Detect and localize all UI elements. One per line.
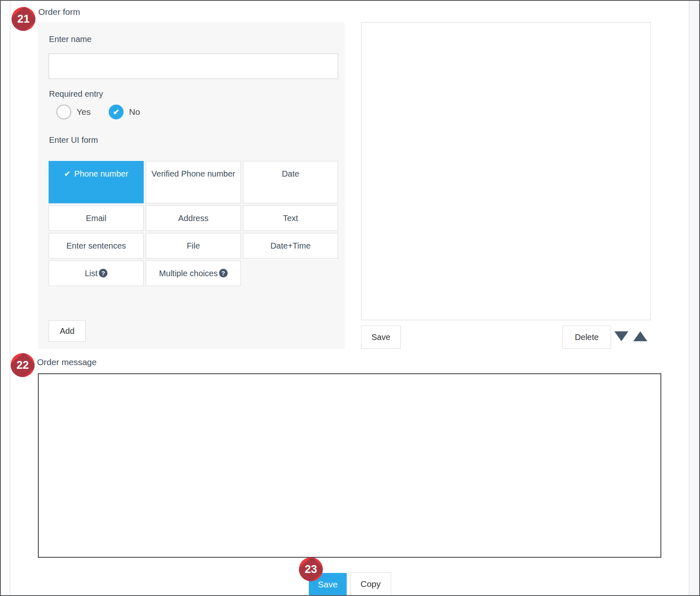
radio-yes-label[interactable]: Yes [77, 107, 91, 117]
annotation-badge-23-number: 23 [305, 563, 317, 576]
annotation-badge-21-number: 21 [17, 13, 30, 26]
ui-type-label: Date [282, 168, 299, 180]
save-item-button[interactable]: Save [361, 326, 401, 349]
ui-type-label: Enter sentences [66, 240, 126, 252]
copy-button[interactable]: Copy [350, 572, 391, 596]
ui-type-multiple-choices[interactable]: Multiple choices? [146, 261, 241, 286]
help-icon[interactable]: ? [219, 269, 228, 277]
add-button[interactable]: Add [49, 320, 86, 342]
order-message-title: Order message [37, 357, 97, 367]
form-items-list[interactable] [361, 22, 651, 320]
page: 21 Order form Enter name Required entry … [0, 0, 700, 596]
annotation-badge-22-number: 22 [16, 359, 29, 372]
container-left-border [10, 1, 10, 595]
container-right-gutter [689, 1, 700, 595]
annotation-badge-23: 23 [299, 557, 323, 581]
ui-type-date-time[interactable]: Date+Time [243, 233, 338, 258]
ui-type-enter-sentences[interactable]: Enter sentences [49, 233, 144, 258]
ui-form-type-grid: ✔ Phone number Verified Phone number Dat… [49, 161, 338, 286]
annotation-badge-22: 22 [11, 353, 35, 377]
ui-type-label: Date+Time [271, 240, 311, 252]
order-form-title: Order form [38, 7, 80, 17]
enter-ui-form-label: Enter UI form [49, 135, 98, 145]
ui-type-date[interactable]: Date [243, 161, 338, 203]
delete-item-button[interactable]: Delete [562, 326, 611, 349]
ui-type-label: Text [283, 212, 298, 224]
ui-type-label: Address [178, 212, 208, 224]
help-icon[interactable]: ? [99, 269, 107, 277]
ui-type-label: File [187, 240, 200, 252]
radio-no[interactable]: ✔ [109, 105, 124, 119]
required-entry-radio-group: Yes ✔ No [56, 105, 140, 119]
ui-type-label: Phone number [74, 168, 128, 180]
order-form-panel: Enter name Required entry Yes ✔ No Enter… [38, 22, 345, 349]
ui-type-label: Email [86, 212, 106, 224]
radio-check-icon: ✔ [113, 107, 119, 117]
ui-type-text[interactable]: Text [243, 205, 338, 231]
order-message-textarea[interactable] [38, 373, 661, 558]
ui-type-label: Verified Phone number [152, 168, 235, 180]
radio-yes[interactable] [56, 105, 71, 119]
ui-type-address[interactable]: Address [146, 205, 241, 231]
move-up-icon[interactable] [633, 331, 647, 341]
required-entry-label: Required entry [49, 89, 103, 99]
ui-type-file[interactable]: File [146, 233, 241, 258]
annotation-badge-21: 21 [12, 7, 35, 31]
ui-type-label: List [85, 268, 98, 279]
ui-type-verified-phone-number[interactable]: Verified Phone number [146, 161, 241, 203]
ui-type-email[interactable]: Email [49, 205, 144, 231]
enter-name-input[interactable] [49, 54, 338, 79]
ui-type-list[interactable]: List? [49, 261, 144, 286]
ui-type-label: Multiple choices [159, 268, 217, 279]
radio-no-label[interactable]: No [129, 107, 140, 117]
move-down-icon[interactable] [614, 331, 628, 341]
enter-name-label: Enter name [49, 35, 91, 44]
selected-check-icon: ✔ [64, 168, 70, 180]
ui-type-phone-number[interactable]: ✔ Phone number [49, 161, 144, 203]
